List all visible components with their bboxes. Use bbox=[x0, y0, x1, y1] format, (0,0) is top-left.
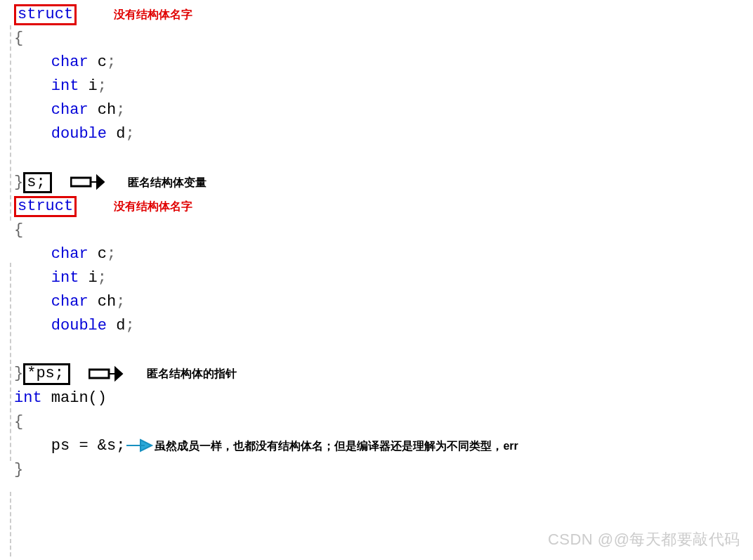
line-char-c-1: char c; bbox=[14, 51, 518, 74]
line-close-ps: }*ps; 匿名结构体的指针 bbox=[14, 362, 518, 386]
line-char-ch-1: char ch; bbox=[14, 98, 518, 122]
line-main-decl: int main() bbox=[14, 386, 518, 410]
arrow-right-icon bbox=[70, 172, 110, 192]
var-ps: *ps; bbox=[27, 365, 64, 382]
annotation-anon-ptr: 匿名结构体的指针 bbox=[147, 367, 237, 379]
line-int-i-1: int i; bbox=[14, 74, 518, 98]
line-main-open: { bbox=[14, 410, 518, 434]
line-struct-2: struct 没有结构体名字 bbox=[14, 195, 518, 219]
var-s: s; bbox=[27, 174, 45, 191]
annotation-no-name-2: 没有结构体名字 bbox=[114, 200, 192, 212]
line-struct-1: struct 没有结构体名字 bbox=[14, 3, 518, 27]
line-char-ch-2: char ch; bbox=[14, 290, 518, 314]
line-open-brace-1: { bbox=[14, 27, 518, 51]
line-double-d-1: double d; bbox=[14, 122, 518, 146]
line-stmt: ps = &s;虽然成员一样，也都没有结构体名；但是编译器还是理解为不同类型，e… bbox=[14, 434, 518, 458]
annotation-no-name-1: 没有结构体名字 bbox=[114, 8, 192, 20]
line-double-d-2: double d; bbox=[14, 314, 518, 338]
struct-keyword-box-2: struct bbox=[14, 196, 77, 217]
line-main-close: } bbox=[14, 458, 518, 482]
line-char-c-2: char c; bbox=[14, 242, 518, 266]
var-s-box: s; bbox=[23, 172, 51, 193]
struct-keyword-1: struct bbox=[18, 6, 73, 23]
watermark: CSDN @@每天都要敲代码 bbox=[548, 529, 740, 550]
stmt-ps: ps = &s; bbox=[51, 437, 126, 455]
var-ps-box: *ps; bbox=[23, 363, 70, 384]
struct-keyword-2: struct bbox=[18, 197, 73, 215]
line-close-s: }s; 匿名结构体变量 bbox=[14, 171, 518, 195]
annotation-explain: 虽然成员一样，也都没有结构体名；但是编译器还是理解为不同类型，err bbox=[155, 440, 518, 452]
line-open-brace-2: { bbox=[14, 219, 518, 242]
svg-rect-1 bbox=[89, 370, 109, 378]
struct-keyword-box-1: struct bbox=[14, 4, 77, 25]
line-int-i-2: int i; bbox=[14, 266, 518, 290]
arrow-right-icon bbox=[89, 364, 128, 384]
line-blank-2 bbox=[14, 338, 518, 362]
annotation-anon-var: 匿名结构体变量 bbox=[128, 176, 207, 188]
arrow-right-blue-icon bbox=[125, 438, 155, 453]
svg-rect-0 bbox=[71, 178, 91, 186]
line-blank-1 bbox=[14, 147, 518, 171]
